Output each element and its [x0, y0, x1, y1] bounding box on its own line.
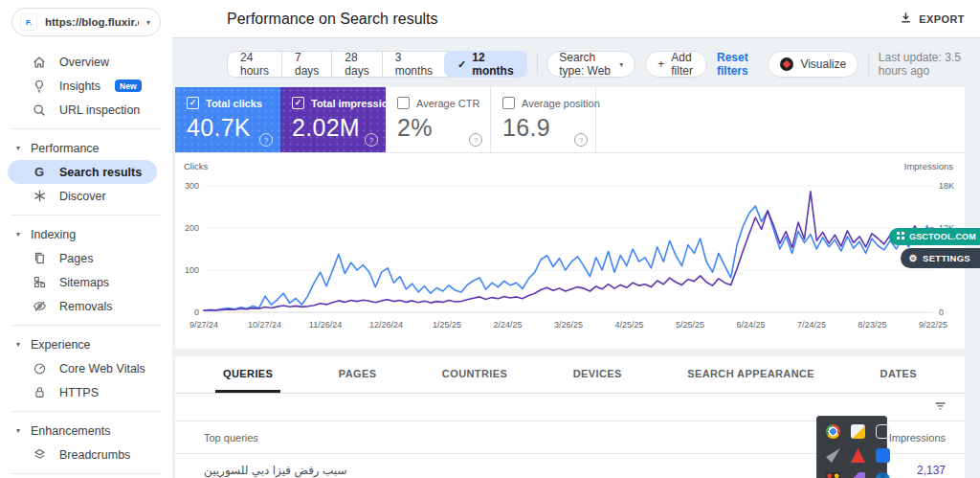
shield-icon[interactable] [851, 424, 865, 439]
metric-total-clicks[interactable]: ✓Total clicks 40.7K ? [175, 87, 280, 152]
chrome-icon[interactable] [826, 424, 840, 439]
send-icon[interactable] [826, 448, 840, 463]
sidebar-item-search-results[interactable]: G Search results [8, 160, 157, 184]
metric-average-ctr[interactable]: Average CTR 2% ? [386, 87, 491, 152]
tab-search-appearance[interactable]: SEARCH APPEARANCE [679, 356, 822, 393]
sidebar-label: HTTPS [59, 386, 99, 399]
date-range-7-days[interactable]: 7 days [281, 52, 331, 77]
svg-text:0: 0 [939, 307, 944, 317]
svg-text:100: 100 [185, 265, 199, 275]
metrics-row: ✓Total clicks 40.7K ? ✓Total impressions… [175, 87, 965, 153]
help-icon[interactable]: ? [365, 133, 378, 147]
sidebar-label: Insights [59, 80, 100, 93]
search-icon [32, 102, 47, 118]
filter-row: 24 hours7 days28 days3 months✓12 months … [227, 50, 965, 79]
tab-queries[interactable]: QUERIES [215, 356, 280, 393]
svg-text:0: 0 [194, 307, 199, 317]
search-type-label: Search type: Web [559, 51, 612, 78]
sidebar-label: Sitemaps [59, 276, 109, 289]
date-range-label: 24 hours [240, 51, 269, 78]
sidebar-item-url-inspection[interactable]: URL inspection [0, 98, 172, 122]
sidebar-nav: Overview Insights New URL inspection ▾ P… [0, 42, 172, 478]
tab-pages[interactable]: PAGES [331, 356, 385, 393]
date-range-12-months[interactable]: ✓12 months [444, 51, 527, 78]
sidebar-item-core-web-vitals[interactable]: Core Web Vitals [0, 356, 172, 380]
sidebar-item-discover[interactable]: Discover [0, 184, 172, 208]
sidebar-group-performance[interactable]: ▾ Performance [0, 136, 172, 160]
sidebar-item-sitemaps[interactable]: Sitemaps [0, 270, 172, 294]
date-range-28-days[interactable]: 28 days [331, 52, 381, 77]
query-text[interactable]: سبب رفض فيزا دبي للسوريين [204, 464, 346, 477]
svg-text:12/26/24: 12/26/24 [369, 320, 403, 330]
svg-text:4/25/25: 4/25/25 [614, 320, 643, 330]
add-filter-label: Add filter [671, 51, 695, 78]
metric-total-impressions[interactable]: ✓Total impressions 2.02M ? [280, 87, 386, 152]
sidebar-item-breadcrumbs[interactable]: Breadcrumbs [0, 443, 172, 467]
filter-list-icon[interactable] [933, 398, 947, 417]
sidebar-group-label: Indexing [31, 228, 76, 241]
impressions-column-header[interactable]: Impressions [889, 432, 946, 444]
add-filter-chip[interactable]: + Add filter [645, 51, 707, 78]
query-column-header[interactable]: Top queries [204, 432, 258, 444]
gsctool-overlay-button[interactable]: GSCTOOL.COM [889, 228, 980, 245]
sidebar-item-overview[interactable]: Overview [0, 50, 172, 74]
date-range-3-months[interactable]: 3 months [382, 52, 445, 77]
sidebar-group-enhancements[interactable]: ▾ Enhancements [0, 419, 172, 443]
collapse-triangle-icon: ▾ [13, 340, 23, 349]
apps-grid-icon[interactable] [826, 472, 840, 478]
chevron-down-icon: ▾ [619, 60, 623, 69]
svg-text:1/25/25: 1/25/25 [433, 320, 461, 330]
export-label: EXPORT [919, 13, 965, 25]
export-button[interactable]: EXPORT [899, 11, 965, 27]
svg-text:2/24/25: 2/24/25 [493, 320, 522, 330]
download-icon [899, 11, 913, 27]
performance-card: ✓Total clicks 40.7K ? ✓Total impressions… [175, 87, 965, 349]
sidebar-item-removals[interactable]: Removals [0, 294, 172, 318]
sidebar-group-label: Enhancements [31, 424, 110, 438]
reset-filters-link[interactable]: Reset filters [717, 51, 758, 78]
help-icon[interactable]: ? [574, 133, 588, 147]
date-range-group: 24 hours7 days28 days3 months✓12 months [227, 51, 527, 78]
search-type-chip[interactable]: Search type: Web ▾ [546, 51, 635, 78]
tab-devices[interactable]: DEVICES [566, 356, 630, 393]
discover-asterisk-icon [32, 189, 47, 204]
plus-icon: + [657, 57, 664, 71]
svg-text:5/25/25: 5/25/25 [676, 320, 704, 330]
checkbox-checked-icon[interactable]: ✓ [292, 97, 304, 109]
tab-dates[interactable]: DATES [873, 356, 924, 393]
visualize-button[interactable]: Visualize [768, 51, 858, 78]
property-selector[interactable]: F. https://blog.fluxir.com/ ▾ [11, 8, 161, 36]
help-icon[interactable]: ? [259, 133, 273, 147]
settings-overlay-button[interactable]: ⚙ SETTINGS [901, 248, 980, 268]
clipboard-icon[interactable] [876, 424, 890, 439]
checkbox-unchecked-icon[interactable] [397, 97, 410, 109]
performance-line-chart[interactable]: 300200100018K12K09/27/2410/27/2411/26/24… [175, 174, 962, 345]
date-range-label: 12 months [472, 51, 513, 78]
svg-text:10/27/24: 10/27/24 [248, 320, 281, 330]
svg-text:7/24/25: 7/24/25 [797, 320, 826, 330]
tab-countries[interactable]: COUNTRIES [434, 356, 515, 393]
svg-text:18K: 18K [939, 181, 954, 191]
svg-text:300: 300 [185, 181, 199, 191]
cone-icon[interactable] [851, 448, 865, 463]
date-range-24-hours[interactable]: 24 hours [228, 52, 281, 77]
metric-average-position[interactable]: Average position 16.9 ? [491, 87, 596, 152]
sidebar-label: Core Web Vitals [59, 362, 145, 376]
svg-text:200: 200 [185, 223, 199, 233]
divider [11, 215, 161, 216]
sidebar-item-https[interactable]: HTTPS [0, 380, 172, 404]
sidebar-item-insights[interactable]: Insights New [0, 74, 172, 98]
sidebar-label: Removals [59, 300, 113, 313]
checkbox-checked-icon[interactable]: ✓ [187, 97, 199, 109]
brush-icon[interactable] [851, 472, 865, 478]
sidebar-group-indexing[interactable]: ▾ Indexing [0, 222, 172, 246]
svg-text:3/26/25: 3/26/25 [554, 320, 583, 330]
sidebar-group-experience[interactable]: ▾ Experience [0, 332, 172, 356]
checkbox-unchecked-icon[interactable] [502, 97, 515, 109]
help-icon[interactable]: ? [469, 133, 482, 147]
translate-icon[interactable] [876, 448, 890, 463]
sidebar-label: Breadcrumbs [59, 448, 130, 462]
impressions-value: 2,137 [917, 464, 946, 477]
page-title: Performance on Search results [227, 11, 899, 28]
sidebar-item-pages[interactable]: Pages [0, 246, 172, 270]
